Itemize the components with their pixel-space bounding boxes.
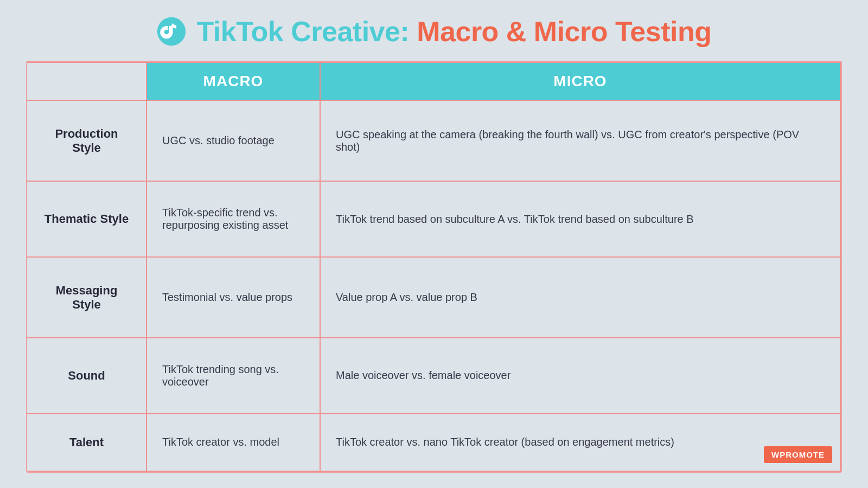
micro-cell: TikTok trend based on subculture A vs. T… bbox=[320, 181, 840, 256]
category-cell: Sound bbox=[27, 338, 146, 413]
header-title: TikTok Creative: Macro & Micro Testing bbox=[196, 15, 711, 48]
title-part1: TikTok Creative: bbox=[196, 16, 417, 47]
col-macro-header: MACRO bbox=[146, 62, 320, 100]
title-part2: Macro & Micro Testing bbox=[417, 16, 711, 47]
col-empty-header bbox=[27, 62, 146, 100]
main-table: MACRO MICRO Production StyleUGC vs. stud… bbox=[27, 62, 841, 472]
micro-cell: Value prop A vs. value prop B bbox=[320, 257, 840, 338]
micro-cell: Male voiceover vs. female voiceover bbox=[320, 338, 840, 413]
table-header-row: MACRO MICRO bbox=[27, 62, 840, 100]
page-wrapper: TikTok Creative: Macro & Micro Testing M… bbox=[0, 0, 868, 488]
header: TikTok Creative: Macro & Micro Testing bbox=[26, 15, 842, 48]
table-container: MACRO MICRO Production StyleUGC vs. stud… bbox=[26, 61, 842, 473]
wpromote-badge: WPROMOTE bbox=[764, 446, 832, 463]
micro-cell: TikTok creator vs. nano TikTok creator (… bbox=[320, 414, 840, 471]
table-row: Messaging StyleTestimonial vs. value pro… bbox=[27, 257, 840, 338]
macro-cell: TikTok creator vs. model bbox=[146, 414, 320, 471]
table-row: TalentTikTok creator vs. modelTikTok cre… bbox=[27, 414, 840, 471]
micro-cell: UGC speaking at the camera (breaking the… bbox=[320, 100, 840, 181]
category-cell: Production Style bbox=[27, 100, 146, 181]
table-row: Production StyleUGC vs. studio footageUG… bbox=[27, 100, 840, 181]
category-cell: Thematic Style bbox=[27, 181, 146, 256]
col-micro-header: MICRO bbox=[320, 62, 840, 100]
macro-cell: UGC vs. studio footage bbox=[146, 100, 320, 181]
tiktok-icon bbox=[156, 16, 187, 47]
category-cell: Messaging Style bbox=[27, 257, 146, 338]
table-row: Thematic StyleTikTok-specific trend vs. … bbox=[27, 181, 840, 256]
category-cell: Talent bbox=[27, 414, 146, 471]
macro-cell: TikTok-specific trend vs. repurposing ex… bbox=[146, 181, 320, 256]
macro-cell: TikTok trending song vs. voiceover bbox=[146, 338, 320, 413]
table-row: SoundTikTok trending song vs. voiceoverM… bbox=[27, 338, 840, 413]
macro-cell: Testimonial vs. value props bbox=[146, 257, 320, 338]
